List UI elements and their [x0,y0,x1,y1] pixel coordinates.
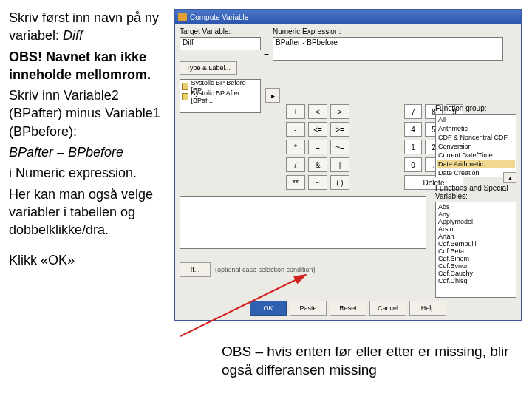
numeric-expression-label: Numeric Expression: [273,27,503,35]
key-7[interactable]: 7 [404,104,422,119]
variable-icon [182,93,188,100]
key-gt[interactable]: > [330,104,349,119]
function-group-list[interactable]: All Arithmetic CDF & Noncentral CDF Conv… [435,114,516,177]
key-minus[interactable]: - [286,122,305,137]
key-paren[interactable]: ( ) [330,175,349,190]
list-item: Systolic BP After [BPaf... [182,92,259,102]
ok-button[interactable]: OK [250,301,287,316]
variable-icon [182,83,188,90]
key-div[interactable]: / [286,157,305,172]
key-lt[interactable]: < [308,104,327,119]
key-ne[interactable]: ~= [330,140,349,154]
key-le[interactable]: <= [308,122,327,137]
functions-list[interactable]: Abs Any Applymodel Arsin Artan Cdf.Berno… [435,202,516,298]
key-and[interactable]: & [308,157,327,172]
target-variable-label: Target Variable: [180,27,261,35]
if-condition-text: (optional case selection condition) [215,266,316,273]
function-description [180,196,426,249]
key-eq[interactable]: = [308,140,327,154]
equals-sign: = [264,48,269,58]
dialog-buttons: OK Paste Reset Cancel Help [175,301,521,316]
key-pow[interactable]: ** [286,175,305,190]
key-plus[interactable]: + [286,104,305,119]
insert-function-button[interactable]: ▴ [503,172,516,183]
reset-button[interactable]: Reset [330,301,366,316]
key-ge[interactable]: >= [330,122,349,137]
paste-button[interactable]: Paste [290,301,327,316]
key-or[interactable]: | [330,157,349,172]
numeric-expression-input[interactable]: BPafter - BPbefore [273,37,503,61]
key-mul[interactable]: * [286,140,305,154]
app-icon [178,13,187,21]
move-right-button[interactable]: ▸ [265,88,280,103]
target-variable-input[interactable]: Diff [180,37,261,50]
compute-variable-dialog: Compute Variable Target Variable: Diff =… [174,9,522,321]
variable-list[interactable]: Systolic BP Before [BP... Systolic BP Af… [180,79,261,113]
instruction-text: Skriv først inn navn på ny variabel: Dif… [9,9,168,272]
key-4[interactable]: 4 [404,122,422,137]
missing-note: OBS – hvis enten før eller etter er miss… [222,343,510,379]
type-label-button[interactable]: Type & Label... [180,61,237,75]
key-not[interactable]: ~ [308,175,327,190]
dialog-title: Compute Variable [190,13,248,21]
key-0[interactable]: 0 [404,157,422,172]
function-group-label: Function group: [435,104,516,112]
if-button[interactable]: If... [180,262,211,277]
key-1[interactable]: 1 [404,140,422,154]
help-button[interactable]: Help [409,301,446,316]
titlebar[interactable]: Compute Variable [175,10,521,24]
cancel-button[interactable]: Cancel [369,301,406,316]
functions-label: Functions and Special Variables: [435,184,516,200]
